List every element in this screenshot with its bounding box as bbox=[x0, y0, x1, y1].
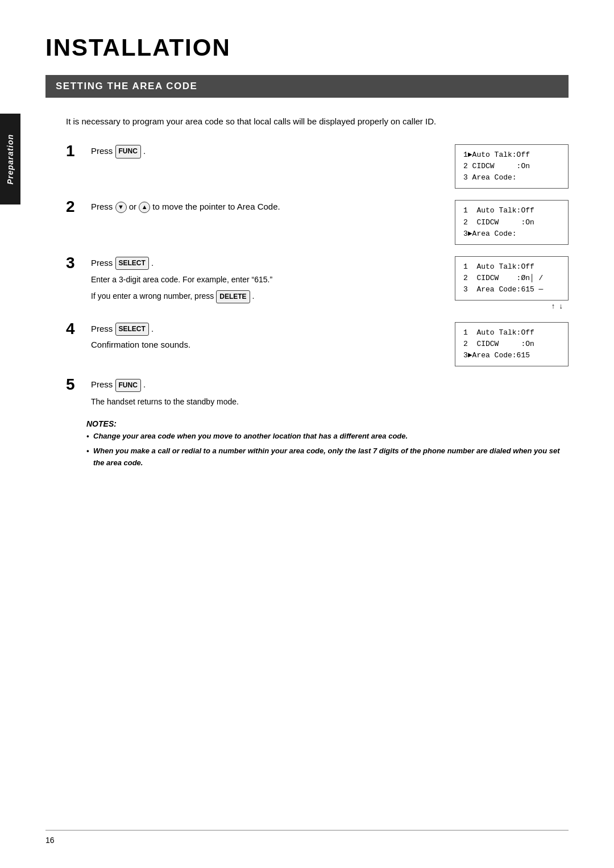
step-3-sub2: If you enter a wrong number, press DELET… bbox=[91, 290, 387, 303]
step-3-content: Press SELECT . Enter a 3-digit area code… bbox=[91, 256, 569, 311]
lcd4-line1: 1 Auto Talk:Off bbox=[463, 328, 534, 337]
step-1-number: 1 bbox=[66, 143, 86, 159]
lcd3-line1: 1 Auto Talk:Off bbox=[463, 262, 534, 271]
notes-section: NOTES: Change your area code when you mo… bbox=[86, 419, 569, 468]
step-2: 2 Press ▼ or ▲ to move the pointer to Ar… bbox=[66, 200, 569, 244]
up-button[interactable]: ▲ bbox=[139, 202, 150, 213]
step-4-content: Press SELECT . Confirmation tone sounds.… bbox=[91, 322, 569, 366]
lcd2-line3: 3►Area Code: bbox=[463, 229, 517, 238]
step-2-text: Press ▼ or ▲ to move the pointer to Area… bbox=[91, 200, 387, 214]
step-3-text: Press SELECT . Enter a 3-digit area code… bbox=[91, 256, 387, 303]
lcd-display-3: 1 Auto Talk:Off 2 CIDCW :Øn│ / 3 Area Co… bbox=[455, 256, 569, 301]
lcd3-line2: 2 CIDCW :Øn│ / bbox=[463, 274, 543, 282]
lcd-display-2: 1 Auto Talk:Off 2 CIDCW :On 3►Area Code: bbox=[455, 200, 569, 244]
step-3-number: 3 bbox=[66, 255, 86, 271]
page-title: INSTALLATION bbox=[45, 34, 569, 61]
intro-paragraph: It is necessary to program your area cod… bbox=[66, 115, 569, 128]
down-button[interactable]: ▼ bbox=[115, 202, 127, 213]
lcd1-line3: 3 Area Code: bbox=[463, 173, 517, 182]
confirmation-text: Confirmation tone sounds. bbox=[91, 338, 387, 352]
select-button-3[interactable]: SELECT bbox=[115, 257, 149, 270]
lcd2-line2: 2 CIDCW :On bbox=[463, 218, 534, 227]
delete-button[interactable]: DELETE bbox=[216, 290, 250, 303]
steps-area: 1 Press FUNC . 1►Auto Talk:Off 2 CIDCW :… bbox=[66, 144, 569, 469]
lcd-display-1: 1►Auto Talk:Off 2 CIDCW :On 3 Area Code: bbox=[455, 144, 569, 189]
step-3: 3 Press SELECT . Enter a 3-digit area co… bbox=[66, 256, 569, 311]
note-item-2: When you make a call or redial to a numb… bbox=[86, 445, 569, 468]
step-2-content: Press ▼ or ▲ to move the pointer to Area… bbox=[91, 200, 569, 244]
step-5-text: Press FUNC . The handset returns to the … bbox=[91, 378, 387, 408]
notes-list: Change your area code when you move to a… bbox=[86, 431, 569, 468]
lcd1-line2: 2 CIDCW :On bbox=[463, 162, 530, 170]
select-button-4[interactable]: SELECT bbox=[115, 323, 149, 336]
page-number: 16 bbox=[45, 836, 55, 845]
lcd-display-4: 1 Auto Talk:Off 2 CIDCW :On 3►Area Code:… bbox=[455, 322, 569, 366]
page-container: Preparation INSTALLATION SETTING THE ARE… bbox=[0, 0, 614, 868]
step-5-sub: The handset returns to the standby mode. bbox=[91, 395, 387, 408]
notes-title: NOTES: bbox=[86, 419, 569, 428]
lcd3-arrows: ↑ ↓ bbox=[551, 302, 566, 311]
step-4-number: 4 bbox=[66, 321, 86, 337]
step-5-number: 5 bbox=[66, 377, 86, 393]
step-1-content: Press FUNC . 1►Auto Talk:Off 2 CIDCW :On… bbox=[91, 144, 569, 189]
section-header: SETTING THE AREA CODE bbox=[45, 75, 569, 98]
section-title: SETTING THE AREA CODE bbox=[56, 81, 558, 92]
step-1: 1 Press FUNC . 1►Auto Talk:Off 2 CIDCW :… bbox=[66, 144, 569, 189]
lcd4-line3: 3►Area Code:615 bbox=[463, 351, 530, 360]
note-item-1: Change your area code when you move to a… bbox=[86, 431, 569, 442]
or-connector: or bbox=[129, 202, 136, 211]
sidebar-label-text: Preparation bbox=[6, 134, 15, 185]
step-2-number: 2 bbox=[66, 199, 86, 215]
func-button-1[interactable]: FUNC bbox=[115, 145, 141, 158]
func-button-5[interactable]: FUNC bbox=[115, 379, 141, 392]
step-5: 5 Press FUNC . The handset returns to th… bbox=[66, 378, 569, 408]
step-4-text: Press SELECT . Confirmation tone sounds. bbox=[91, 322, 387, 354]
step-4: 4 Press SELECT . Confirmation tone sound… bbox=[66, 322, 569, 366]
step-3-sub1: Enter a 3-digit area code. For example, … bbox=[91, 273, 387, 286]
lcd2-line1: 1 Auto Talk:Off bbox=[463, 206, 534, 215]
lcd3-line3: 3 Area Code:615 ─ bbox=[463, 285, 543, 294]
step-1-text: Press FUNC . bbox=[91, 144, 387, 158]
lcd4-line2: 2 CIDCW :On bbox=[463, 340, 534, 348]
page-footer: 16 bbox=[45, 830, 569, 845]
lcd1-line1: 1►Auto Talk:Off bbox=[463, 151, 530, 159]
sidebar-preparation: Preparation bbox=[0, 114, 20, 205]
step-5-content: Press FUNC . The handset returns to the … bbox=[91, 378, 569, 408]
